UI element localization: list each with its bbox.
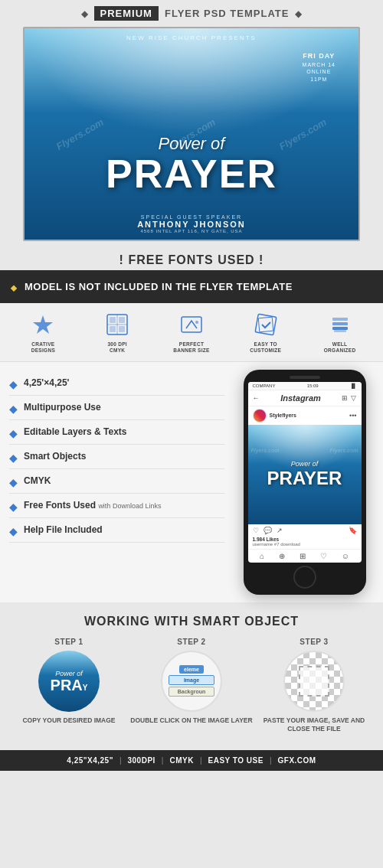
ig-username-text: Styleflyers (270, 413, 296, 418)
specs-list: ◆ 4,25'×4,25' ◆ Multipurpose Use ◆ Edita… (0, 362, 234, 602)
spec-cmyk-text: CMYK (24, 475, 51, 488)
footer-cmyk: CMYK (169, 756, 193, 765)
footer-sep-3: | (200, 756, 202, 765)
step-2: STEP 2 eleme Image Backgroun DOUBLE CLIC… (130, 638, 253, 733)
spec-smart: ◆ Smart Objects (9, 446, 224, 469)
flyer-time: 11PM (303, 76, 336, 83)
step2-bg-box: Backgroun (169, 687, 214, 697)
free-fonts-text: ! FREE FONTS USED ! (0, 253, 383, 267)
ig-profile-icon: ☺ (342, 552, 349, 560)
ig-header: ← Instagram ⊞ ▽ (248, 390, 362, 406)
header-banner: ◆ PREMIUM FLYER PSD TEMPLATE ◆ (0, 0, 383, 27)
ig-bookmark-icon: 🔖 (349, 527, 357, 534)
phone-status-bar: COMPANY 15:09 ▐▌ (248, 382, 362, 390)
flyer-date: MARCH 14 (303, 61, 336, 69)
diamond-left-icon: ◆ (81, 8, 88, 19)
organized-label: WELLORGANIZED (324, 341, 356, 354)
spec-editable-text: Editable Layers & Texts (24, 426, 127, 439)
ig-search-icon: ⊕ (279, 552, 285, 560)
banner-label: PERFECTBANNER SIZE (173, 341, 209, 354)
ig-more-icon: ••• (349, 412, 356, 419)
phone-home-button (293, 566, 316, 589)
flyer-church-name: NEW RISE CHURCH PRESENTS (25, 34, 358, 41)
step3-placeholder (299, 666, 329, 697)
phone-speaker (290, 376, 320, 379)
phone-mockup: COMPANY 15:09 ▐▌ ← Instagram ⊞ ▽ (244, 370, 366, 595)
spec-multipurpose: ◆ Multipurpose Use (9, 397, 224, 420)
step-1-label: STEP 1 (54, 638, 83, 646)
ig-filter-icon: ▽ (351, 394, 356, 402)
spec-diamond-icon: ◆ (9, 476, 18, 488)
ig-home-icon: ⌂ (260, 552, 264, 560)
ig-watermark-1: Flyers.com (251, 448, 280, 453)
customize-icon (252, 311, 280, 338)
feature-dpi: 300 DPICMYK (80, 311, 155, 354)
svg-rect-13 (332, 322, 348, 325)
svg-rect-5 (119, 317, 125, 323)
flyer-guest-name: ANTHONY JHONSON (25, 220, 358, 229)
step2-layers: eleme Image Backgroun (169, 665, 214, 697)
free-fonts-banner: ! FREE FONTS USED ! (0, 247, 383, 270)
warning-icon: ⬥ (9, 278, 18, 295)
ig-share-icon: ↗ (277, 527, 283, 534)
ig-heart-nav-icon: ♡ (320, 552, 327, 560)
svg-rect-11 (258, 317, 273, 332)
svg-marker-0 (33, 315, 53, 334)
step-3: STEP 3 PASTE YOUR IMAGE, SAVE AND CLOSE … (253, 638, 375, 733)
step-1-description: COPY YOUR DESIRED IMAGE (22, 716, 115, 725)
step2-element-box: eleme (179, 665, 204, 674)
ig-actions: ♡ 💬 ↗ 🔖 (248, 524, 362, 537)
phone-company: COMPANY (253, 383, 276, 388)
organized-icon (326, 311, 354, 338)
premium-badge: PREMIUM (94, 6, 159, 21)
ig-grid-icon: ⊞ (342, 394, 348, 402)
ig-logo: Instagram (280, 393, 321, 403)
ig-post-image: Flyers.com Flyers.com Power of PRAYER (248, 425, 362, 524)
step-2-description: DOUBLE CLICK ON THE IMAGE LAYER (130, 716, 252, 725)
ig-watermark-2: Flyers.com (330, 448, 358, 453)
ig-avatar (253, 409, 267, 423)
creative-icon (29, 311, 57, 338)
flyer-mode: ONLINE (303, 68, 336, 76)
features-row: CRATIVEDESIGNS 300 DPICMYK PERFECTBA (0, 303, 383, 362)
ig-likes: 1.984 Likes (248, 537, 362, 542)
spec-help: ◆ Help File Included (9, 520, 224, 543)
flyer-prayer: PRAYER (25, 154, 358, 194)
step1-prayer-text: PRAY (51, 677, 88, 693)
step-1: STEP 1 Power of PRAY COPY YOUR DESIRED I… (8, 638, 130, 733)
steps-row: STEP 1 Power of PRAY COPY YOUR DESIRED I… (8, 638, 375, 733)
feature-banner: PERFECTBANNER SIZE (155, 311, 229, 354)
ig-arrow-icon: ← (253, 394, 260, 402)
step-2-label: STEP 2 (177, 638, 205, 646)
dpi-label: 300 DPICMYK (107, 341, 127, 354)
footer-site: gfx.com (278, 756, 316, 765)
main-content: ◆ 4,25'×4,25' ◆ Multipurpose Use ◆ Edita… (0, 362, 383, 602)
smart-object-title: WORKING WITH SMART OBJECT (8, 615, 375, 628)
ig-action-icons: ⊞ ▽ (342, 394, 356, 402)
ig-comment-text: username #7 download (248, 542, 362, 549)
step-2-circle: eleme Image Backgroun (161, 651, 222, 712)
smart-object-section: WORKING WITH SMART OBJECT STEP 1 Power o… (0, 602, 383, 750)
feature-customize: EASY TOCUSTOMIZE (228, 311, 303, 354)
spec-fonts: ◆ Free Fonts Used with Download Links (9, 495, 224, 518)
footer-dpi: 300DPI (128, 756, 155, 765)
footer-sep-2: | (162, 756, 164, 765)
diamond-right-icon: ◆ (295, 8, 302, 19)
footer-size: 4,25"x4,25" (67, 756, 113, 765)
spec-cmyk: ◆ CMYK (9, 471, 224, 494)
ig-username: Styleflyers (270, 413, 296, 418)
svg-rect-14 (332, 318, 348, 321)
svg-point-9 (195, 321, 198, 324)
svg-rect-15 (334, 330, 346, 332)
svg-rect-6 (110, 326, 116, 332)
feature-organized: WELLORGANIZED (303, 311, 377, 354)
header-subtitle: FLYER PSD TEMPLATE (165, 8, 289, 19)
phone-time: 15:09 (307, 383, 319, 388)
ig-bottom-nav: ⌂ ⊕ ⊞ ♡ ☺ (248, 549, 362, 563)
step-3-circle (283, 651, 345, 712)
spec-size: ◆ 4,25'×4,25' (9, 373, 224, 396)
footer-bar: 4,25"x4,25" | 300DPI | CMYK | EASY TO US… (0, 750, 383, 771)
svg-rect-12 (332, 327, 348, 330)
step2-image-box: Image (169, 675, 214, 685)
step-1-circle: Power of PRAY (38, 651, 100, 712)
